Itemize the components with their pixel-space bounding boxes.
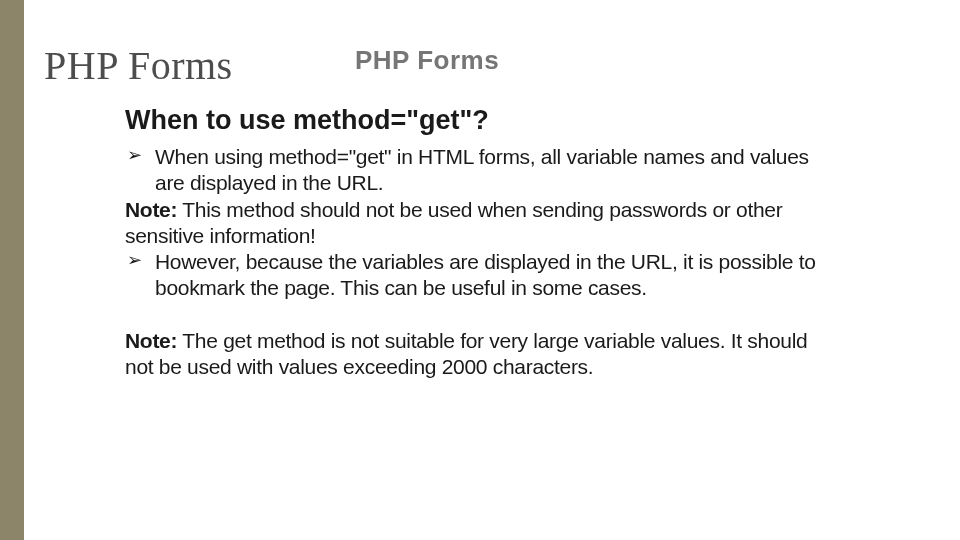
note-2-text-a: The get method is not suitable for very … (177, 329, 807, 352)
note-1-label: Note: (125, 198, 177, 221)
note-2-line1: Note: The get method is not suitable for… (125, 328, 895, 354)
bullet-2-line1: However, because the variables are displ… (125, 249, 895, 275)
note-1-line1: Note: This method should not be used whe… (125, 197, 895, 223)
note-1-line2: sensitive information! (125, 223, 895, 249)
note-2-label: Note: (125, 329, 177, 352)
subheading: When to use method="get"? (125, 105, 895, 136)
bullet-1-line2: are displayed in the URL. (125, 170, 895, 196)
slide-content: When to use method="get"? When using met… (125, 105, 895, 380)
note-2-line2: not be used with values exceeding 2000 c… (125, 354, 895, 380)
bullet-2-line2: bookmark the page. This can be useful in… (125, 275, 895, 301)
note-1-text-a: This method should not be used when send… (177, 198, 782, 221)
side-stripe (0, 0, 24, 540)
slide-title: PHP Forms (44, 42, 233, 89)
body-text: When using method="get" in HTML forms, a… (125, 144, 895, 380)
watermark-title: PHP Forms (355, 45, 499, 76)
bullet-1-line1: When using method="get" in HTML forms, a… (125, 144, 895, 170)
